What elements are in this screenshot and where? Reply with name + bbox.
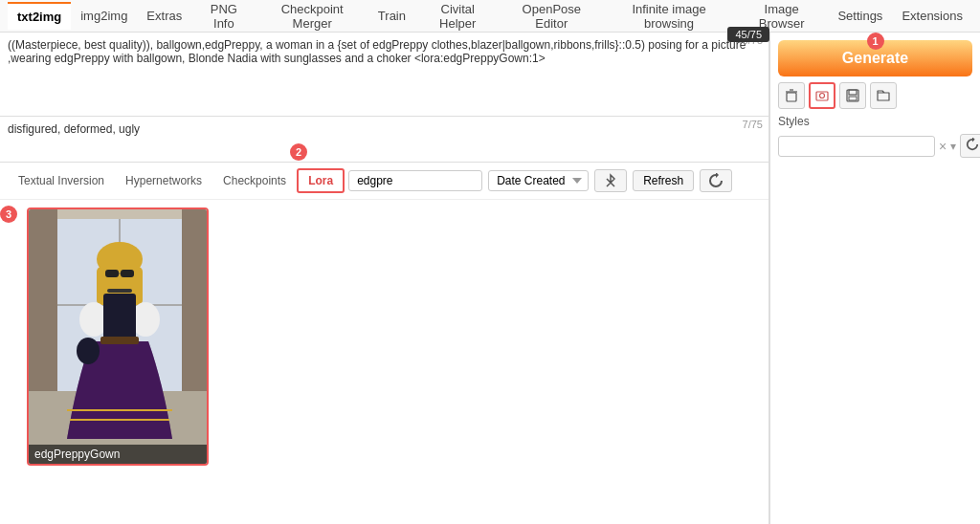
svg-rect-13 [107, 289, 132, 293]
lora-search-input[interactable] [348, 170, 482, 191]
styles-refresh-button[interactable] [960, 134, 980, 158]
top-navigation: txt2img img2img Extras PNG Info Checkpoi… [0, 0, 980, 33]
negative-prompt-counter: 7/75 [743, 119, 763, 130]
annotation-marker-2: 2 [290, 143, 307, 161]
folder-icon [877, 89, 890, 102]
styles-icon-group [778, 82, 897, 109]
svg-point-25 [820, 94, 825, 98]
main-layout: 45/75 ((Masterpiece, best quality)), bal… [0, 33, 980, 524]
folder-icon-button[interactable] [870, 82, 897, 109]
positive-prompt-input[interactable]: ((Masterpiece, best quality)), ballgown,… [0, 33, 768, 109]
refresh-icon [708, 173, 724, 188]
tab-lora[interactable]: Lora [297, 168, 345, 193]
trash-icon [785, 89, 798, 102]
bluetooth-icon-button[interactable] [594, 169, 627, 192]
annotation-marker-1: 1 [867, 33, 884, 50]
left-panel: 45/75 ((Masterpiece, best quality)), bal… [0, 33, 769, 524]
image-icon [815, 89, 829, 102]
iib-counter-badge: 45/75 [727, 27, 769, 42]
styles-refresh-icon [966, 138, 979, 151]
positive-prompt-section: 45/75 ((Masterpiece, best quality)), bal… [0, 33, 768, 117]
negative-prompt-section: 7/75 disfigured, deformed, ugly [0, 117, 768, 163]
refresh-button[interactable]: Refresh [633, 170, 694, 191]
tab-extensions[interactable]: Extensions [892, 3, 972, 29]
svg-rect-16 [103, 294, 136, 341]
svg-rect-27 [849, 90, 857, 95]
svg-rect-21 [787, 93, 796, 101]
tab-checkpoints[interactable]: Checkpoints [212, 169, 297, 192]
svg-rect-19 [100, 337, 139, 344]
image-icon-button[interactable] [809, 82, 835, 109]
tab-checkpoint-merger[interactable]: Checkpoint Merger [256, 0, 368, 36]
tab-textual-inversion[interactable]: Textual Inversion [8, 169, 115, 192]
tab-txt2img[interactable]: txt2img [8, 2, 71, 30]
lora-controls: Date Created Name Date Modified Refresh [348, 169, 761, 192]
styles-clear-icon[interactable]: × [939, 139, 947, 154]
date-created-select[interactable]: Date Created Name Date Modified [488, 170, 589, 191]
tab-extras[interactable]: Extras [137, 3, 191, 29]
lora-image-thumbnail [29, 209, 209, 466]
tab-img2img[interactable]: img2img [71, 3, 137, 29]
tab-openpose-editor[interactable]: OpenPose Editor [500, 0, 603, 36]
svg-rect-28 [849, 97, 857, 100]
annotation-marker-3: 3 [0, 206, 17, 223]
styles-label: Styles [778, 115, 972, 128]
styles-dropdown-arrow[interactable]: ▾ [950, 140, 956, 153]
refresh-icon-button[interactable] [700, 169, 732, 192]
negative-prompt-input[interactable]: disfigured, deformed, ugly [0, 117, 768, 157]
styles-input[interactable] [778, 136, 935, 157]
lora-tab-bar: 2 Textual Inversion Hypernetworks Checkp… [0, 163, 768, 200]
svg-point-20 [77, 338, 100, 364]
tab-settings[interactable]: Settings [828, 3, 892, 29]
svg-rect-10 [105, 270, 119, 277]
svg-rect-11 [121, 270, 134, 277]
tab-hypernetworks[interactable]: Hypernetworks [115, 169, 212, 192]
image-card-label: edgPreppyGown [29, 445, 207, 464]
trash-icon-button[interactable] [778, 82, 805, 109]
tab-train[interactable]: Train [368, 3, 415, 29]
image-grid-area[interactable]: 3 [0, 200, 768, 524]
right-panel: 1 Generate [769, 33, 980, 524]
save-icon-button[interactable] [839, 82, 866, 109]
save-icon [846, 89, 859, 102]
bluetooth-icon [603, 173, 618, 188]
tab-civital-helper[interactable]: Civital Helper [415, 0, 500, 36]
generate-button-wrapper: 1 Generate [778, 40, 972, 76]
tab-png-info[interactable]: PNG Info [191, 0, 256, 36]
styles-icons-row [778, 82, 972, 109]
lora-image-card[interactable]: edgPreppyGown [27, 207, 209, 466]
tab-infinite-image-browsing[interactable]: Infinite image browsing [603, 0, 735, 36]
styles-input-row: × ▾ [778, 134, 972, 158]
